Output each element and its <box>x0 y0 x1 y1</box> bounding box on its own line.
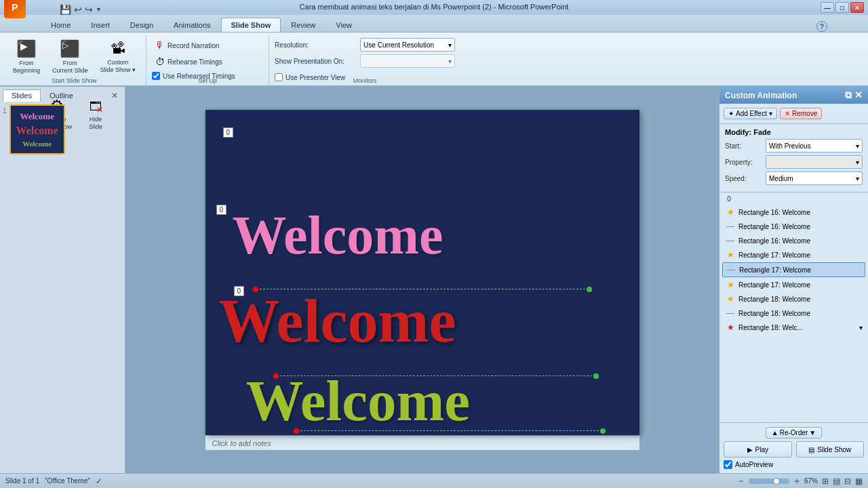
anim-items-container: ★ Rectangle 16: Welcome — Rectangle 16: … <box>722 205 865 334</box>
animation-line-3 <box>294 430 606 434</box>
welcome-green[interactable]: Welcome <box>246 367 470 434</box>
badge-3: 0 <box>234 286 245 296</box>
badge-1: 0 <box>223 127 234 138</box>
start-value: With Previous <box>769 142 811 150</box>
from-beginning-button[interactable]: ⬛ ▶ FromBeginning <box>8 38 45 76</box>
setup-group-label: Set Up <box>146 77 269 84</box>
reorder-label: Re-Order <box>780 429 808 436</box>
minimize-button[interactable]: — <box>821 2 834 13</box>
anim-item-text-6: Rectangle 18: Welcome <box>738 296 863 303</box>
show-on-dropdown[interactable]: ▾ <box>360 54 455 68</box>
from-current-button[interactable]: ⬛ ▷ FromCurrent Slide <box>47 38 93 76</box>
add-effect-button[interactable]: ✦ Add Effect ▾ <box>724 108 777 119</box>
anim-item-text-3: Rectangle 17: Welcome <box>738 251 863 259</box>
rehearse-timings-icon: ⏱ <box>155 56 165 67</box>
anim-panel-resize-icon[interactable]: ⧉ <box>845 89 852 101</box>
zoom-out-button[interactable]: － <box>736 475 746 487</box>
anim-item-6[interactable]: ★ Rectangle 18: Welcome <box>722 292 865 306</box>
play-button[interactable]: ▶ Play <box>724 441 792 458</box>
window-title: Cara membuat animasi teks berjalan di Ms… <box>0 3 868 11</box>
custom-slideshow-button[interactable]: 📽 CustomSlide Show ▾ <box>96 38 141 76</box>
redo-qa-icon[interactable]: ↪ <box>85 4 93 15</box>
anim-item-4[interactable]: — Rectangle 17: Welcome <box>722 262 865 277</box>
from-beginning-label: FromBeginning <box>13 60 40 75</box>
dropdown-qa-icon[interactable]: ▼ <box>96 6 102 13</box>
start-label: Start: <box>725 142 766 150</box>
slide-canvas[interactable]: 0 Welcome 0 Welcome 0 Welcome <box>205 110 639 435</box>
zoom-slider[interactable] <box>749 479 789 484</box>
tab-insert[interactable]: Insert <box>81 18 120 32</box>
resolution-dropdown[interactable]: Use Current Resolution ▾ <box>360 38 455 52</box>
tab-animations[interactable]: Animations <box>163 18 220 32</box>
anim-item-1[interactable]: — Rectangle 16: Welcome <box>722 220 865 233</box>
play-icon: ▶ <box>747 446 753 453</box>
anim-item-2[interactable]: — Rectangle 16: Welcome <box>722 234 865 247</box>
canvas-area: 0 Welcome 0 Welcome 0 Welcome <box>125 87 719 473</box>
hide-slide-icon: 🗔 ✕ <box>90 97 102 115</box>
reorder-up-button[interactable]: ▲ Re-Order ▼ <box>766 427 823 439</box>
undo-qa-icon[interactable]: ↩ <box>74 4 82 15</box>
autopreview-label: AutoPreview <box>735 461 773 468</box>
office-logo: P <box>4 0 26 18</box>
reorder-up-icon: ▲ <box>772 429 778 436</box>
view-reading-icon[interactable]: ▦ <box>855 476 863 486</box>
tab-review[interactable]: Review <box>281 18 326 32</box>
remove-effect-button[interactable]: ✕ Remove <box>780 108 822 119</box>
notes-placeholder: Click to add notes <box>212 439 271 447</box>
anim-panel-close-icon[interactable]: ✕ <box>854 89 863 101</box>
start-slideshow-group: ⬛ ▶ FromBeginning ⬛ ▷ FromCurrent Slide … <box>3 35 146 85</box>
anim-item-8[interactable]: ★ Rectangle 18: Welc... ▾ <box>722 321 865 334</box>
record-narration-button[interactable]: 🎙 Record Narration <box>152 38 260 53</box>
view-normal-icon[interactable]: ▤ <box>833 476 840 486</box>
property-dropdown[interactable]: ▾ <box>766 155 863 169</box>
anim-list-header: 0 <box>722 195 865 203</box>
tab-slideshow[interactable]: Slide Show <box>221 18 281 32</box>
view-slide-icon[interactable]: ⊟ <box>844 476 851 486</box>
speed-dropdown[interactable]: Medium ▾ <box>766 171 863 185</box>
slideshow-button[interactable]: ▤ Slide Show <box>796 441 865 458</box>
property-label: Property: <box>725 159 766 166</box>
slide-panel: Slides Outline ✕ 1 Welcome Welcome Welco… <box>0 87 125 473</box>
start-dropdown[interactable]: With Previous ▾ <box>766 139 863 152</box>
slides-tab[interactable]: Slides <box>3 89 41 102</box>
anim-item-5[interactable]: ★ Rectangle 17: Welcome <box>722 278 865 291</box>
save-qa-icon[interactable]: 💾 <box>60 4 71 15</box>
anim-modify: Modify: Fade Start: With Previous ▾ Prop… <box>719 124 868 192</box>
anim-item-3[interactable]: ★ Rectangle 17: Welcome <box>722 248 865 262</box>
add-effect-icon: ✦ <box>728 110 734 117</box>
modify-title: Modify: Fade <box>725 128 863 136</box>
welcome-pink[interactable]: Welcome <box>233 205 443 266</box>
rehearse-timings-button[interactable]: ⏱ Rehearse Timings <box>152 54 260 69</box>
anim-item-7[interactable]: — Rectangle 18: Welcome <box>722 306 865 320</box>
slide-thumbnail[interactable]: Welcome Welcome Welcome <box>9 104 65 155</box>
spell-check-icon[interactable]: ✓ <box>96 476 102 486</box>
add-effect-label: Add Effect <box>736 110 767 117</box>
anim-item-0[interactable]: ★ Rectangle 16: Welcome <box>722 205 865 219</box>
welcome-red[interactable]: Welcome <box>219 286 456 356</box>
zoom-in-button[interactable]: ＋ <box>792 475 802 487</box>
setup-group: 🎙 Record Narration ⏱ Rehearse Timings Us… <box>146 35 269 85</box>
start-slideshow-group-label: Start Slide Show <box>3 77 146 84</box>
close-button[interactable]: ✕ <box>850 2 864 13</box>
notes-bar[interactable]: Click to add notes <box>205 435 639 450</box>
custom-slideshow-label: CustomSlide Show ▾ <box>100 59 136 74</box>
tab-home[interactable]: Home <box>41 18 81 32</box>
tab-design[interactable]: Design <box>120 18 163 32</box>
tab-view[interactable]: View <box>326 18 362 32</box>
resolution-label: Resolution: <box>275 41 356 49</box>
slide-number: 1 <box>3 107 7 115</box>
slideshow-icon: ▤ <box>808 446 814 453</box>
hide-slide-button[interactable]: 🗔 ✕ HideSlide <box>79 95 112 133</box>
badge-2: 0 <box>216 205 227 215</box>
help-icon[interactable]: ? <box>816 21 827 32</box>
thumb-red-text: Welcome <box>16 125 58 137</box>
fit-window-button[interactable]: ⊞ <box>822 476 829 486</box>
autopreview-checkbox[interactable] <box>724 460 732 469</box>
anim-list-container: 0 ★ Rectangle 16: Welcome — Rectangle 16… <box>719 192 868 422</box>
record-narration-label: Record Narration <box>167 42 219 49</box>
anim-item-arrow-8[interactable]: ▾ <box>859 324 863 331</box>
anim-item-icon-4: — <box>726 264 736 275</box>
maximize-button[interactable]: □ <box>835 2 849 13</box>
speed-value: Medium <box>769 175 793 182</box>
thumb-pink-text: Welcome <box>16 111 58 122</box>
